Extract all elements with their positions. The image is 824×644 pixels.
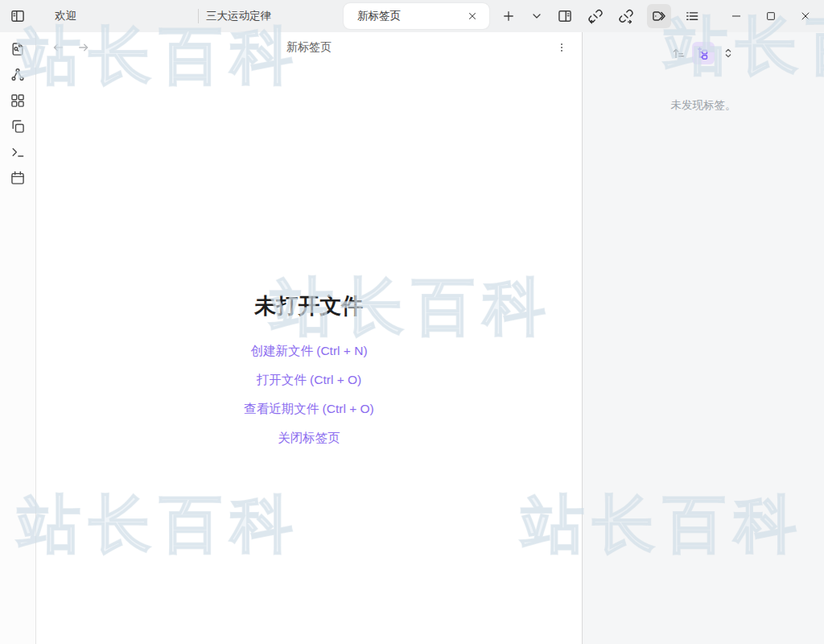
tab-label: 三大运动定律 — [206, 9, 271, 23]
tags-panel: 未发现标签。 — [582, 32, 824, 644]
split-view-button[interactable] — [555, 6, 575, 26]
layout-grid-icon — [10, 93, 26, 109]
nested-tags-button[interactable] — [692, 42, 715, 64]
pane-header: 新标签页 — [36, 32, 582, 63]
more-options-button[interactable] — [553, 39, 571, 56]
tab-bar: 欢迎 三大运动定律 新标签页 — [35, 0, 489, 32]
graph-view-button[interactable] — [7, 64, 28, 85]
nested-tags-icon — [696, 46, 711, 60]
tags-icon — [651, 8, 667, 24]
titlebar-right — [586, 0, 824, 32]
tab-welcome[interactable]: 欢迎 — [35, 0, 198, 32]
tab-list-button[interactable] — [527, 6, 546, 26]
pane-title: 新标签页 — [36, 32, 582, 63]
link-arrow-in-icon — [587, 8, 604, 24]
tab-label: 欢迎 — [55, 9, 76, 23]
sort-order-button[interactable] — [669, 42, 688, 64]
tab-three-laws-of-motion[interactable]: 三大运动定律 — [198, 0, 344, 32]
workspace-actions — [586, 4, 702, 28]
file-search-icon — [10, 41, 26, 57]
templates-button[interactable] — [7, 116, 28, 137]
tab-new-tab-active[interactable]: 新标签页 — [344, 3, 489, 29]
plus-icon — [501, 9, 516, 23]
collapse-all-button[interactable] — [719, 42, 738, 64]
empty-state-title: 未打开文件 — [36, 291, 582, 320]
tags-panel-toolbar — [583, 32, 824, 64]
vertical-ellipsis-icon — [555, 41, 568, 54]
outgoing-links-button[interactable] — [616, 6, 636, 26]
list-icon — [684, 8, 700, 24]
chevron-down-icon — [530, 10, 543, 23]
canvas-button[interactable] — [7, 90, 28, 111]
maximize-button[interactable] — [761, 6, 781, 26]
backlinks-button[interactable] — [586, 6, 605, 26]
minimize-icon — [730, 10, 743, 23]
daily-note-button[interactable] — [7, 167, 28, 188]
close-icon — [467, 10, 478, 22]
close-icon — [799, 10, 812, 23]
main-pane: 新标签页 未打开文件 创建新文件 (Ctrl + N) 打开文件 (Ctrl +… — [36, 32, 582, 644]
sidebar-toggle-button[interactable] — [0, 0, 35, 32]
panel-right-icon — [557, 8, 573, 24]
new-tab-button[interactable] — [499, 6, 518, 26]
calendar-icon — [10, 170, 26, 186]
sort-ascending-icon — [671, 46, 686, 60]
graph-icon — [10, 67, 26, 83]
window-controls — [727, 6, 815, 26]
link-arrow-out-icon — [618, 8, 634, 24]
left-ribbon — [0, 32, 36, 644]
close-tab-link[interactable]: 关闭标签页 — [36, 423, 582, 452]
open-file-link[interactable]: 打开文件 (Ctrl + O) — [36, 365, 582, 394]
maximize-icon — [764, 10, 777, 23]
tab-controls — [499, 6, 575, 26]
quick-switcher-button[interactable] — [7, 39, 28, 60]
chevrons-up-down-icon — [722, 47, 735, 60]
tags-empty-message: 未发现标签。 — [583, 98, 824, 113]
minimize-button[interactable] — [727, 6, 746, 26]
tab-close-button[interactable] — [464, 7, 481, 25]
tab-label: 新标签页 — [357, 9, 401, 23]
recent-files-link[interactable]: 查看近期文件 (Ctrl + O) — [36, 394, 582, 423]
command-palette-button[interactable] — [7, 142, 28, 163]
tags-button[interactable] — [647, 4, 671, 28]
copy-icon — [10, 118, 26, 134]
empty-state: 未打开文件 创建新文件 (Ctrl + N) 打开文件 (Ctrl + O) 查… — [36, 291, 582, 452]
outline-button[interactable] — [682, 6, 702, 26]
terminal-icon — [10, 144, 26, 160]
create-new-file-link[interactable]: 创建新文件 (Ctrl + N) — [36, 336, 582, 365]
panel-left-icon — [10, 8, 26, 24]
close-window-button[interactable] — [796, 6, 815, 26]
